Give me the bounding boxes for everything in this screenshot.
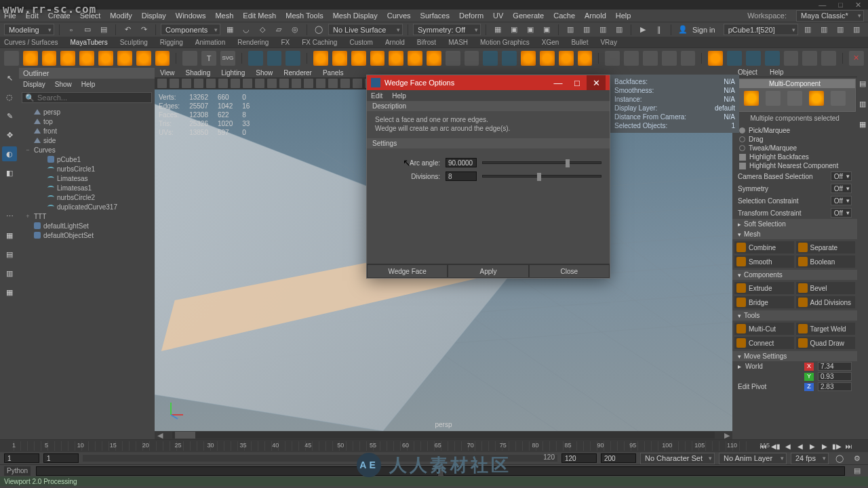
tool-settings-icon[interactable]: ▦ xyxy=(855,117,868,131)
tree-item-duplicatedCurve317[interactable]: duplicatedCurve317 xyxy=(22,202,152,211)
render-icon[interactable]: ▣ xyxy=(507,24,521,36)
shelf-append-icon[interactable] xyxy=(427,51,441,66)
shelf-mirror-icon[interactable] xyxy=(483,51,498,66)
shelf-svg-icon[interactable]: SVG xyxy=(220,51,235,66)
menu-deform[interactable]: Deform xyxy=(459,12,484,20)
components-section[interactable]: ▾Components xyxy=(732,270,857,280)
play-fwd-icon[interactable]: ▶ xyxy=(807,441,818,451)
tool-quad-draw[interactable]: Quad Draw xyxy=(796,337,856,349)
shelf-cam-icon[interactable] xyxy=(248,51,263,66)
fps-dropdown[interactable]: 24 fps xyxy=(791,453,829,464)
outliner-search[interactable]: 🔍 Search... xyxy=(22,92,152,103)
shelf-cylinder-icon[interactable] xyxy=(60,51,75,66)
shelf-tab-mash[interactable]: MASH xyxy=(448,39,468,46)
axis-z-value[interactable]: 2.83 xyxy=(818,382,852,391)
panel-layout2-icon[interactable]: ▥ xyxy=(580,24,593,36)
script-lang-dropdown[interactable]: Python xyxy=(4,466,31,476)
shelf-tab-rendering[interactable]: Rendering xyxy=(237,39,269,46)
shelf-insertloop-icon[interactable] xyxy=(643,51,658,66)
tool-extrude[interactable]: Extrude xyxy=(734,282,794,294)
play-icon[interactable]: ▶ xyxy=(636,24,650,36)
option-drag[interactable]: Drag xyxy=(732,135,857,144)
layout-tool-icon[interactable]: ▦ xyxy=(2,228,17,243)
step-fwd-key-icon[interactable]: ▮▶ xyxy=(831,441,842,451)
vp-menu-lighting[interactable]: Lighting xyxy=(221,69,245,77)
vp-menu-show[interactable]: Show xyxy=(256,69,273,77)
object-mode-icon[interactable] xyxy=(744,91,759,106)
shelf-tab-arnold[interactable]: Arnold xyxy=(385,39,405,46)
drop-value[interactable]: Off xyxy=(831,208,852,218)
vp-toolbar-icon-16[interactable] xyxy=(353,79,362,88)
range-start-inner[interactable] xyxy=(43,453,79,463)
axis-y-value[interactable]: 0.93 xyxy=(818,372,852,381)
rotate-tool-icon[interactable]: ◐ xyxy=(2,146,17,161)
vp-menu-panels[interactable]: Panels xyxy=(323,69,344,77)
menu-mesh[interactable]: Mesh xyxy=(215,12,233,20)
snap-plane-icon[interactable]: ▱ xyxy=(272,24,285,36)
shelf-tab-bullet[interactable]: Bullet xyxy=(571,39,588,46)
goto-start-icon[interactable]: ⏮ xyxy=(758,441,769,451)
tree-item-Limatesas[interactable]: Limatesas xyxy=(22,174,152,183)
range-start-outer[interactable] xyxy=(4,453,39,463)
option-pick-marquee[interactable]: Pick/Marquee xyxy=(732,126,857,135)
shelf-light2-icon[interactable] xyxy=(285,51,300,66)
layout2-tool-icon[interactable]: ▤ xyxy=(2,247,17,262)
vp-toolbar-icon-13[interactable] xyxy=(316,79,326,88)
option-tweak-marquee[interactable]: Tweak/Marquee xyxy=(732,144,857,152)
paint-tool-icon[interactable]: ✎ xyxy=(2,108,17,123)
menu-uv[interactable]: UV xyxy=(493,12,503,20)
menu-modify[interactable]: Modify xyxy=(110,12,132,20)
menu-curves[interactable]: Curves xyxy=(387,12,411,20)
shelf-tab-vray[interactable]: VRay xyxy=(600,39,616,46)
anim-layer-dropdown[interactable]: No Anim Layer xyxy=(719,453,787,464)
shelf-uv3-icon[interactable] xyxy=(765,51,780,66)
tool-separate[interactable]: Separate xyxy=(796,241,856,253)
menu-editmesh[interactable]: Edit Mesh xyxy=(243,12,276,20)
vp-toolbar-icon-5[interactable] xyxy=(218,79,228,88)
character-set-dropdown[interactable]: No Character Set xyxy=(640,453,715,464)
panel-layout4-icon[interactable]: ▥ xyxy=(612,24,626,36)
shelf-boolean-icon[interactable] xyxy=(465,51,479,66)
tools-section[interactable]: ▾Tools xyxy=(732,310,857,321)
select-tool-icon[interactable]: ↖ xyxy=(2,70,17,85)
tool-boolean[interactable]: Boolean xyxy=(796,256,856,268)
dialog-minimize[interactable]: — xyxy=(549,75,568,90)
vp-toolbar-icon-6[interactable] xyxy=(231,79,240,88)
vp-toolbar-icon-15[interactable] xyxy=(340,79,350,88)
timeline[interactable]: 1510152025303540455055606570758085909510… xyxy=(0,440,868,452)
vp-toolbar-icon-9[interactable] xyxy=(267,79,277,88)
drop-value[interactable]: Off xyxy=(831,171,852,181)
shelf-remesh-icon[interactable] xyxy=(578,51,593,66)
workspace-dropdown[interactable]: Maya Classic* xyxy=(796,10,864,22)
mode-dropdown[interactable]: Modeling xyxy=(4,24,54,35)
shelf-plane-icon[interactable] xyxy=(117,51,132,66)
pause-icon[interactable]: ‖ xyxy=(652,24,666,36)
range-track[interactable]: 120 xyxy=(83,455,557,462)
window-maximize[interactable]: □ xyxy=(838,1,843,9)
option-highlight-backfaces[interactable]: Highlight Backfaces xyxy=(732,152,857,161)
menu-help[interactable]: Help xyxy=(616,12,631,20)
shelf-uv6-icon[interactable] xyxy=(821,51,836,66)
menu-cache[interactable]: Cache xyxy=(553,12,575,20)
goto-end-icon[interactable]: ⏭ xyxy=(844,441,854,451)
shelf-separate-icon[interactable] xyxy=(332,51,347,66)
menu-edit[interactable]: Edit xyxy=(26,12,39,20)
layout4-tool-icon[interactable]: ▦ xyxy=(2,285,17,300)
tool-bevel[interactable]: Bevel xyxy=(796,282,856,294)
wedge-face-button[interactable]: Wedge Face xyxy=(367,264,448,278)
tree-item-nurbsCircle1[interactable]: nurbsCircle1 xyxy=(22,164,152,174)
channel-box-icon[interactable]: ▤ xyxy=(855,76,868,91)
lasso-tool-icon[interactable]: ◌ xyxy=(2,89,17,104)
symmetry-dropdown[interactable]: Symmetry: Off xyxy=(413,24,481,35)
vp-toolbar-icon-14[interactable] xyxy=(328,79,338,88)
tool-multi-cut[interactable]: Multi-Cut xyxy=(734,323,794,335)
arc-angle-input[interactable] xyxy=(446,158,477,167)
mesh-section[interactable]: ▾Mesh xyxy=(732,229,857,239)
uv-mode-icon[interactable] xyxy=(831,91,846,106)
tool-bridge[interactable]: Bridge xyxy=(734,296,794,308)
shelf-uv5-icon[interactable] xyxy=(802,51,817,66)
menu-create[interactable]: Create xyxy=(48,12,71,20)
shelf-divider-icon[interactable] xyxy=(4,51,19,66)
tree-item-nurbsCircle2[interactable]: nurbsCircle2 xyxy=(22,192,152,202)
shelf-tab-sculpting[interactable]: Sculpting xyxy=(120,39,148,46)
